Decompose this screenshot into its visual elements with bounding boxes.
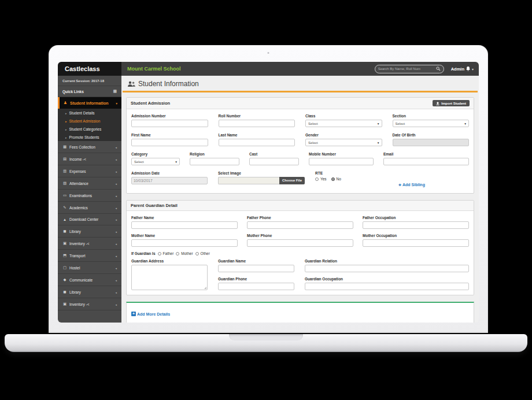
mother-occupation-field[interactable] [363,239,469,247]
chevron-icon [115,145,117,149]
mobile-number-field[interactable] [309,158,374,165]
section-label: Section [393,114,470,118]
submenu-label: Student Categories [69,127,102,131]
last-name-field[interactable] [219,139,295,146]
choose-file-button[interactable]: Choose File [279,177,305,184]
roll-number-field[interactable] [219,120,295,127]
sidebar-item-student-admission[interactable]: Student Admission [58,117,121,125]
guardian-phone-field[interactable] [218,283,294,290]
content-area: Student Admission Import Student [121,92,479,323]
sidebar-item-label: Download Center [69,217,98,221]
guardian-occupation-field[interactable] [305,283,469,290]
student-admission-panel: Student Admission Import Student [126,97,474,194]
sidebar-item-label: Fees Collection [69,145,95,149]
app-screen: Castleclass Mount Carmel School Admin [58,62,479,323]
sidebar-item-label: Examinations [69,194,92,198]
sidebar-item-student-information[interactable]: ♟ Student Information [58,97,121,109]
sidebar-item-income[interactable]: ▤ Income -< [58,153,121,165]
laptop-base [5,334,527,352]
submenu-label: Student Details [69,111,95,115]
upload-icon [436,102,439,105]
search-icon[interactable] [436,66,441,71]
father-phone-field[interactable] [247,221,353,229]
sidebar-item-inventory[interactable]: ▣ Inventory -< [58,238,121,250]
guardian-other-radio[interactable] [195,252,199,255]
quick-links[interactable]: Quick Links ▦ [58,86,121,97]
chevron-icon [115,254,117,258]
panel-header: Student Admission Import Student [127,98,474,109]
page-header: Student Information [121,76,479,91]
guardian-name-field[interactable] [218,265,294,272]
date-of-birth-field[interactable] [393,139,470,146]
category-select[interactable]: Select [131,158,180,165]
sidebar-item-label: Academics [69,206,88,210]
users-icon [127,81,135,87]
sidebar-item-communicate[interactable]: ◆ Communicate [58,274,121,286]
sidebar-item-expenses[interactable]: ▥ Expenses [58,165,121,177]
sidebar-item-label: Inventory -< [69,302,90,306]
bullet-icon [65,127,67,131]
sidebar-item-label: Hostel [69,266,80,270]
sidebar-item-inventory-2[interactable]: ▣ Inventory -< [58,298,121,310]
main-content: Student Information Student Admission [121,76,479,323]
guardian-occupation-label: Guardian Occupation [305,277,469,281]
sidebar-item-library[interactable]: ◼ Library [58,225,121,238]
sidebar-item-label: Communicate [69,278,93,282]
import-student-button[interactable]: Import Student [433,100,470,106]
section-select[interactable]: Select [393,120,470,127]
admission-date-field[interactable] [131,177,208,184]
sidebar-item-hostel[interactable]: ▢ Hostel [58,262,121,274]
sidebar-item-academics[interactable]: ✎ Academics [58,202,121,214]
father-occupation-field[interactable] [363,221,469,229]
sidebar-item-promote-students[interactable]: Promote Students [58,133,121,141]
sidebar-item-student-categories[interactable]: Student Categories [58,125,121,133]
add-sibling-link[interactable]: Add Sibling [398,183,425,187]
mother-occupation-label: Mother Occupation [363,234,469,238]
guardian-mother-radio[interactable] [176,252,179,255]
class-select[interactable]: Select [305,120,382,127]
father-name-field[interactable] [131,221,238,229]
laptop-latch-notch [229,334,303,340]
cast-field[interactable] [249,158,299,165]
admission-number-field[interactable] [131,120,208,127]
religion-field[interactable] [190,158,239,165]
rte-label: RTE [315,171,385,175]
student-submenu: Student Details Student Admission Studen… [58,109,121,141]
grid-icon: ▦ [113,89,117,94]
guardian-address-field[interactable] [131,265,208,290]
sidebar-item-download-center[interactable]: ▲ Download Center [58,214,121,225]
category-select-value: Select [134,160,144,164]
gender-label: Gender [305,133,382,137]
add-more-details-link[interactable]: Add More Details [131,312,170,316]
admin-label: Admin [451,66,464,72]
inventory-icon: ▣ [62,302,67,306]
rte-yes-radio[interactable] [315,177,319,181]
webcam-dot [268,52,269,54]
mother-name-field[interactable] [131,239,238,247]
sidebar-item-attendance[interactable]: ▧ Attendance [58,177,121,190]
download-icon: ▲ [62,217,67,221]
first-name-label: First Name [131,133,208,137]
gender-select-value: Select [308,141,318,145]
sidebar-item-transport[interactable]: ⬒ Transport [58,250,121,262]
email-field[interactable] [383,158,469,165]
guardian-father-radio[interactable] [158,252,161,255]
sidebar-item-label: Transport [69,254,86,258]
mother-phone-field[interactable] [247,239,353,247]
sidebar-item-student-details[interactable]: Student Details [58,109,121,117]
mother-name-label: Mother Name [131,234,238,238]
image-file-input[interactable]: Choose File [218,177,305,184]
guardian-relation-field[interactable] [305,265,469,272]
global-search[interactable] [375,65,444,73]
first-name-field[interactable] [131,139,208,146]
admin-menu[interactable]: Admin [451,66,474,72]
rte-no-radio[interactable] [331,177,335,181]
gender-select[interactable]: Select [305,139,382,146]
sidebar-item-library-2[interactable]: ◼ Library [58,286,121,298]
sidebar-item-examinations[interactable]: ▭ Examinations [58,190,121,202]
father-occupation-label: Father Occupation [363,216,469,220]
sidebar-item-fees-collection[interactable]: ▦ Fees Collection [58,141,121,153]
file-name-box[interactable] [218,177,279,184]
add-more-details-label: Add More Details [137,312,170,316]
search-input[interactable] [378,67,436,71]
